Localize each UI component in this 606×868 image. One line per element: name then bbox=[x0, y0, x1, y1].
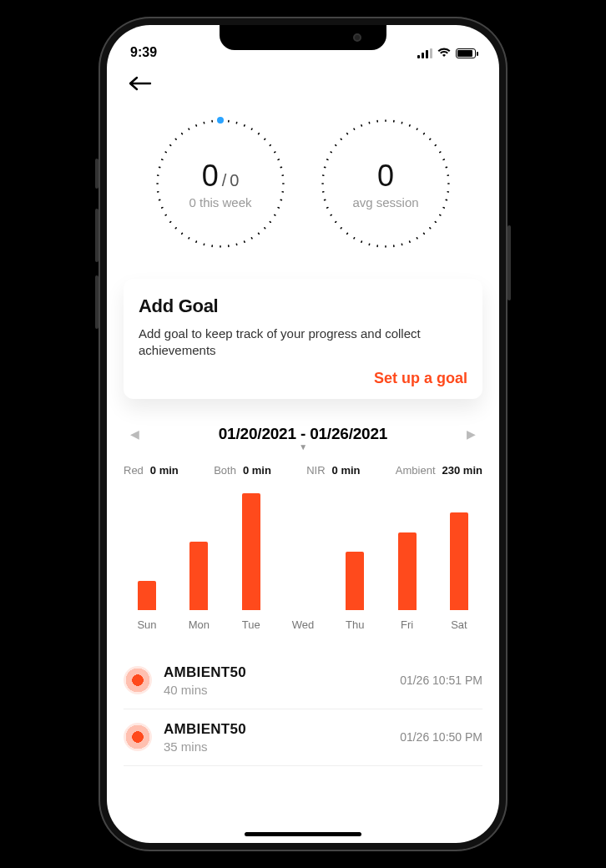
svg-line-20 bbox=[251, 238, 252, 239]
gauge-tick-ring bbox=[314, 112, 457, 255]
svg-line-6 bbox=[265, 139, 265, 139]
next-week-button[interactable]: ▶ bbox=[462, 422, 481, 446]
battery-icon bbox=[456, 48, 476, 58]
bar-sat bbox=[441, 512, 477, 610]
session-name: AMBIENT50 bbox=[164, 664, 388, 681]
svg-line-54 bbox=[430, 139, 431, 139]
weekly-bar-chart: SunMonTueWedThuFriSat bbox=[124, 485, 482, 631]
svg-line-91 bbox=[347, 134, 348, 134]
svg-line-65 bbox=[435, 222, 436, 223]
session-timestamp: 01/26 10:51 PM bbox=[400, 674, 482, 687]
svg-line-5 bbox=[259, 134, 260, 134]
notch bbox=[220, 25, 386, 50]
chart-label: Thu bbox=[336, 618, 373, 631]
status-time: 9:39 bbox=[130, 45, 157, 60]
legend-ambient: Ambient 230 min bbox=[396, 464, 482, 477]
avg-session-gauge: 0 avg session bbox=[314, 112, 457, 255]
chart-label: Tue bbox=[233, 618, 270, 631]
session-name: AMBIENT50 bbox=[164, 721, 388, 738]
set-up-goal-link[interactable]: Set up a goal bbox=[139, 370, 467, 387]
svg-line-79 bbox=[336, 222, 336, 223]
phone-frame: 9:39 bbox=[98, 17, 508, 851]
svg-line-18 bbox=[265, 228, 265, 229]
svg-line-66 bbox=[430, 228, 431, 229]
ambient-session-icon bbox=[124, 723, 152, 751]
svg-line-16 bbox=[275, 214, 275, 215]
bar-sun bbox=[129, 581, 165, 610]
svg-line-28 bbox=[189, 238, 189, 239]
svg-line-90 bbox=[341, 139, 341, 139]
session-timestamp: 01/26 10:50 PM bbox=[400, 730, 482, 744]
chart-label: Sat bbox=[441, 618, 477, 631]
back-button[interactable] bbox=[129, 80, 152, 94]
progress-marker-icon bbox=[217, 117, 224, 124]
svg-line-56 bbox=[440, 152, 441, 153]
svg-line-42 bbox=[175, 139, 176, 139]
chart-label: Mon bbox=[180, 618, 217, 631]
svg-line-17 bbox=[270, 222, 270, 223]
weekly-gauge: 0 / 0 0 this week bbox=[149, 112, 292, 255]
date-range-label[interactable]: 01/20/2021 - 01/26/2021 ▼ bbox=[144, 425, 462, 443]
legend: Red 0 min Both 0 min NIR 0 min Ambient 2… bbox=[124, 464, 482, 477]
legend-both: Both 0 min bbox=[214, 464, 271, 477]
gauge-tick-ring bbox=[149, 112, 292, 255]
legend-red: Red 0 min bbox=[124, 464, 179, 477]
svg-line-30 bbox=[175, 228, 176, 229]
svg-line-67 bbox=[424, 233, 425, 234]
session-row[interactable]: AMBIENT5040 mins01/26 10:51 PM bbox=[124, 653, 482, 709]
date-range-nav: ◀ 01/20/2021 - 01/26/2021 ▼ ▶ bbox=[124, 422, 482, 446]
svg-line-41 bbox=[170, 145, 171, 146]
svg-line-88 bbox=[331, 152, 331, 153]
chart-label: Fri bbox=[389, 618, 426, 631]
bar-fri bbox=[389, 532, 426, 610]
svg-line-77 bbox=[347, 233, 348, 234]
svg-line-55 bbox=[435, 145, 436, 146]
svg-line-53 bbox=[424, 134, 425, 134]
legend-nir: NIR 0 min bbox=[306, 464, 360, 477]
svg-line-89 bbox=[336, 145, 336, 146]
session-list: AMBIENT5040 mins01/26 10:51 PMAMBIENT503… bbox=[124, 653, 482, 766]
svg-line-64 bbox=[440, 214, 441, 215]
svg-line-92 bbox=[354, 129, 355, 129]
dropdown-triangle-icon: ▼ bbox=[299, 442, 307, 452]
session-duration: 40 mins bbox=[164, 683, 388, 697]
chart-label: Sun bbox=[129, 618, 165, 631]
bar-tue bbox=[233, 493, 270, 610]
svg-line-32 bbox=[165, 214, 166, 215]
svg-line-4 bbox=[251, 129, 252, 129]
bar-thu bbox=[336, 552, 373, 610]
wifi-icon bbox=[437, 47, 451, 60]
prev-week-button[interactable]: ◀ bbox=[125, 422, 144, 446]
svg-line-43 bbox=[182, 134, 183, 134]
ambient-session-icon bbox=[124, 666, 152, 694]
chart-label: Wed bbox=[285, 618, 321, 631]
svg-line-40 bbox=[165, 152, 166, 153]
svg-line-8 bbox=[275, 152, 275, 153]
add-goal-card: Add Goal Add goal to keep track of your … bbox=[124, 279, 482, 399]
svg-line-78 bbox=[341, 228, 341, 229]
svg-line-29 bbox=[182, 233, 183, 234]
home-indicator[interactable] bbox=[245, 832, 361, 836]
session-row[interactable]: AMBIENT5035 mins01/26 10:50 PM bbox=[124, 709, 482, 766]
add-goal-body: Add goal to keep track of your progress … bbox=[139, 326, 467, 360]
svg-line-31 bbox=[170, 222, 171, 223]
svg-line-76 bbox=[354, 238, 355, 239]
session-duration: 35 mins bbox=[164, 739, 388, 754]
bar-mon bbox=[180, 542, 217, 610]
svg-line-44 bbox=[189, 129, 189, 129]
svg-line-52 bbox=[417, 129, 417, 129]
svg-line-68 bbox=[417, 238, 417, 239]
cellular-signal-icon bbox=[417, 48, 432, 58]
screen: 9:39 bbox=[107, 25, 499, 843]
svg-line-19 bbox=[259, 233, 260, 234]
svg-line-80 bbox=[331, 214, 331, 215]
svg-line-7 bbox=[270, 145, 270, 146]
add-goal-title: Add Goal bbox=[139, 295, 467, 317]
